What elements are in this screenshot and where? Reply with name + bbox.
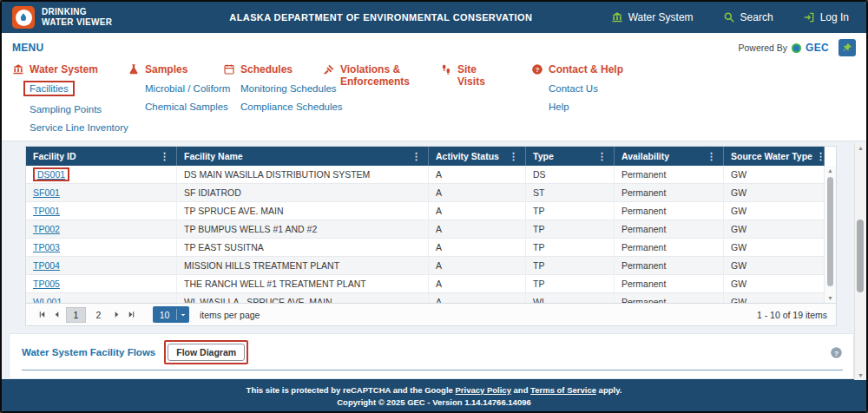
flow-diagram-button[interactable]: Flow Diagram: [168, 344, 245, 361]
cell-facility-name: TP EAST SUSITNA: [177, 239, 429, 256]
cell-type: TP: [526, 239, 615, 256]
powered-by-label: Powered By: [738, 43, 787, 53]
cell-type: TP: [526, 220, 615, 238]
scroll-down-icon[interactable]: ▼: [825, 293, 836, 303]
cell-source-water-type: GW: [724, 166, 825, 183]
nav-log-in[interactable]: Log In: [803, 11, 849, 23]
page-2-button[interactable]: 2: [89, 308, 108, 322]
app-logo[interactable]: DRINKING WATER VIEWER: [12, 6, 151, 29]
grid-scrollbar-thumb[interactable]: [827, 177, 833, 286]
gec-brand[interactable]: GEC: [806, 42, 829, 54]
cell-facility-id: TP005: [26, 275, 177, 292]
first-page-button[interactable]: [35, 307, 49, 322]
cell-facility-name: SF IDIATROD: [177, 184, 429, 201]
cell-availability: Permanent: [615, 239, 724, 256]
cell-activity-status: A: [429, 184, 526, 201]
menu-samples[interactable]: Samples: [128, 63, 223, 75]
column-header-activity-status[interactable]: Activity Status⋮: [429, 147, 526, 166]
column-menu-icon[interactable]: ⋮: [812, 151, 825, 162]
menu-item-microbial-coliform[interactable]: Microbial / Coliform: [145, 83, 230, 94]
menu-site-visits[interactable]: Site Visits: [440, 63, 531, 88]
menu-label: MENU: [12, 42, 44, 54]
menu-item-help[interactable]: Help: [549, 102, 569, 112]
privacy-policy-link[interactable]: Privacy Policy: [456, 385, 511, 395]
column-header-facility-name[interactable]: Facility Name⋮: [177, 147, 429, 166]
last-page-button[interactable]: [124, 307, 139, 322]
login-icon: [803, 11, 815, 23]
menu-item-contact-us[interactable]: Contact Us: [549, 83, 598, 94]
nav-water-system[interactable]: Water System: [611, 11, 694, 23]
facility-link[interactable]: TP005: [33, 279, 60, 289]
column-menu-icon[interactable]: ⋮: [594, 151, 607, 162]
gavel-icon: [323, 63, 335, 75]
cell-availability: Permanent: [615, 293, 724, 303]
facility-link[interactable]: WL001: [33, 297, 62, 303]
column-header-facility-id[interactable]: Facility ID⋮: [26, 147, 177, 166]
menu-water-system[interactable]: Water System: [12, 63, 128, 75]
facility-link[interactable]: TP001: [33, 206, 60, 216]
table-row: TP003TP EAST SUSITNAATPPermanentGW: [26, 239, 825, 257]
cell-activity-status: A: [429, 166, 526, 183]
facility-link[interactable]: TP002: [33, 224, 60, 234]
page-size-dropdown[interactable]: 10: [153, 306, 189, 323]
pin-icon: [842, 43, 852, 53]
page-scroll-up-icon[interactable]: ▲: [855, 143, 866, 153]
footer-copyright-line: Copyright © 2025 GEC - Version 1.14.1476…: [337, 397, 531, 407]
help-icon[interactable]: ?: [830, 346, 843, 359]
menu-col-samples: SamplesMicrobial / ColiformChemical Samp…: [128, 63, 223, 133]
app-header: DRINKING WATER VIEWER ALASKA DEPARTMENT …: [2, 2, 866, 33]
table-row: TP001TP SPRUCE AVE. MAINATPPermanentGW: [26, 202, 825, 220]
grid-scrollbar[interactable]: ▲ ▼: [824, 166, 836, 303]
menu-schedules[interactable]: Schedules: [223, 63, 323, 75]
column-menu-icon[interactable]: ⋮: [703, 151, 716, 162]
menu-col-water-system: Water SystemFacilitiesSampling PointsSer…: [12, 63, 128, 133]
menu-item-sampling-points[interactable]: Sampling Points: [30, 104, 102, 115]
facility-link[interactable]: SF001: [33, 187, 60, 198]
page-1-button[interactable]: 1: [66, 307, 86, 323]
column-header-source-water-type[interactable]: Source Water Type⋮: [724, 147, 825, 166]
menu-item-monitoring-schedules[interactable]: Monitoring Schedules: [240, 83, 337, 94]
logo-badge: [12, 6, 35, 29]
cell-type: WL: [526, 293, 615, 303]
cell-source-water-type: GW: [724, 202, 825, 220]
scroll-up-icon[interactable]: ▲: [825, 166, 836, 175]
facility-link[interactable]: TP004: [33, 260, 60, 271]
nav-label: Log In: [820, 11, 849, 23]
column-menu-icon[interactable]: ⋮: [408, 151, 421, 162]
calendar-icon: [223, 63, 235, 75]
menu-item-chemical-samples[interactable]: Chemical Samples: [145, 102, 228, 112]
org-title: ALASKA DEPARTMENT OF ENVIRONMENTAL CONSE…: [151, 12, 611, 23]
menu-contact-help[interactable]: ?Contact & Help: [531, 63, 866, 75]
terms-of-service-link[interactable]: Terms of Service: [530, 385, 596, 395]
search-icon: [723, 11, 735, 23]
app-title: DRINKING WATER VIEWER: [42, 7, 112, 28]
menu-violations-enforcements[interactable]: Violations & Enforcements: [323, 63, 440, 88]
next-page-button[interactable]: [109, 307, 124, 322]
main-content: Facility ID⋮Facility Name⋮Activity Statu…: [2, 141, 866, 379]
cell-facility-name: THE RANCH WELL #1 TREATMENT PLANT: [177, 275, 429, 292]
column-header-availability[interactable]: Availability⋮: [615, 147, 724, 166]
page-scrollbar[interactable]: ▲ ▼: [854, 143, 866, 380]
footer-recaptcha-line: This site is protected by reCAPTCHA and …: [247, 385, 622, 395]
cell-facility-id: TP003: [26, 239, 177, 256]
facility-link[interactable]: DS001: [37, 169, 65, 180]
menu-item-service-line-inventory[interactable]: Service Line Inventory: [30, 122, 128, 133]
page-scroll-down-icon[interactable]: ▼: [855, 370, 866, 380]
pin-button[interactable]: [838, 39, 856, 56]
cell-activity-status: A: [429, 202, 526, 220]
footprints-icon: [440, 63, 452, 75]
cell-source-water-type: GW: [724, 275, 825, 292]
cell-availability: Permanent: [615, 275, 724, 292]
column-header-type[interactable]: Type⋮: [526, 147, 615, 166]
menu-item-facilities[interactable]: Facilities: [23, 81, 75, 96]
nav-search[interactable]: Search: [723, 11, 773, 23]
column-menu-icon[interactable]: ⋮: [156, 151, 169, 162]
column-menu-icon[interactable]: ⋮: [505, 151, 518, 162]
page-scrollbar-thumb[interactable]: [857, 220, 864, 292]
previous-page-button[interactable]: [49, 307, 64, 322]
facility-link[interactable]: TP003: [33, 242, 60, 252]
cell-activity-status: A: [429, 257, 526, 274]
cell-facility-id: TP004: [26, 257, 177, 274]
svg-text:?: ?: [536, 66, 540, 74]
table-row: TP002TP BUMPUS WELLS #1 AND #2ATPPermane…: [26, 220, 825, 239]
